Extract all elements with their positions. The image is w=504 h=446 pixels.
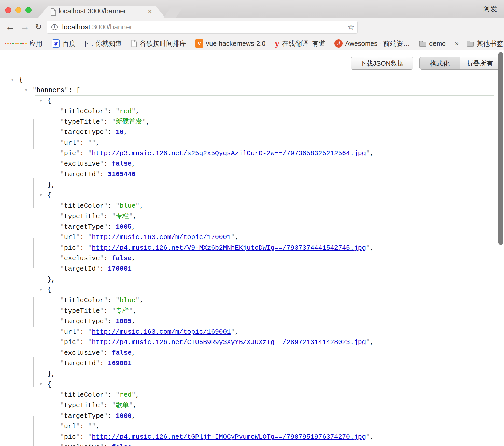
json-link[interactable]: http://music.163.com/m/topic/170001 [92,233,231,241]
collapse-triangle-icon[interactable]: ▼ [40,190,42,201]
json-field-titleColor: "titleColor": "red", [0,390,504,400]
json-banners-key: ▼"banners": [ [0,85,504,96]
json-field-typeTitle: "typeTitle": "专栏", [0,306,504,316]
bookmark-label: 应用 [29,39,43,48]
json-field-exclusive: "exclusive": false, [0,253,504,264]
collapse-triangle-icon[interactable]: ▼ [40,379,42,390]
json-field-titleColor: "titleColor": "red", [0,106,504,117]
json-field-url: "url": "", [0,138,504,148]
fullscreen-window-button[interactable] [25,7,32,13]
json-field-targetType: "targetType": 1005, [0,316,504,327]
close-window-button[interactable] [5,7,11,13]
json-link[interactable]: http://music.163.com/m/topic/169001 [92,328,231,336]
bookmark-label: 在线翻译_有道 [282,39,325,48]
back-button[interactable]: ← [6,21,15,33]
json-object-open: ▼{ [0,379,504,390]
json-field-titleColor: "titleColor": "blue", [0,295,504,306]
json-field-typeTitle: "typeTitle": "专栏", [0,211,504,222]
bookmark-folder-demo[interactable]: demo [419,40,446,48]
json-object-close: }, [0,369,504,379]
browser-toolbar: ← → ↻ i localhost:3000/banner ☆ 英 [0,18,504,37]
json-field-exclusive: "exclusive": false, [0,159,504,169]
page-content: 下载JSON数据 格式化 折叠所有 ▼{▼"banners": [▼{"titl… [0,50,504,446]
json-field-url: "url": "http://music.163.com/m/topic/169… [0,327,504,337]
json-link[interactable]: http://p4.music.126.net/tGPljf-IMOCyPvum… [92,433,366,441]
folder-icon [467,40,474,47]
json-link[interactable]: http://p4.music.126.net/V9-MXz6b2MNhEKju… [92,244,366,252]
json-link[interactable]: http://p3.music.126.net/s25q2x5QyqsAzilC… [92,150,366,157]
page-document-icon [50,8,57,17]
bookmark-label: Awesomes - 前端资… [345,39,410,48]
browser-tab[interactable]: localhost:3000/banner × [38,6,165,18]
collapse-triangle-icon[interactable]: ▼ [11,75,14,85]
json-field-pic: "pic": "http://p4.music.126.net/V9-MXz6b… [0,243,504,253]
json-field-exclusive: "exclusive": false, [0,442,504,446]
bookmark-label: 百度一下，你就知道 [62,39,122,48]
other-bookmarks-folder[interactable]: 其他书签 [467,39,503,48]
json-link[interactable]: http://p4.music.126.net/CTU5B9R9y3XyYBZX… [92,338,366,346]
json-field-url: "url": "http://music.163.com/m/topic/170… [0,232,504,243]
bookmark-label: vue-hackernews-2.0 [206,40,265,48]
json-object-open: ▼{ [0,190,504,201]
json-field-targetType: "targetType": 1000, [0,411,504,421]
tab-title: localhost:3000/banner [59,7,126,15]
browser-window: localhost:3000/banner × 阿发 ← → ↻ i local… [0,0,504,446]
new-tab-button[interactable] [163,7,183,18]
bookmark-baidu[interactable]: 百度一下，你就知道 [52,39,122,48]
url-path: :3000/banner [90,23,132,31]
awesomes-a-icon: A [334,39,343,48]
minimize-window-button[interactable] [15,7,21,13]
bookmark-star-icon[interactable]: ☆ [347,23,354,32]
vue-badge-icon: V [195,39,203,48]
bookmark-google-sort[interactable]: 谷歌按时间排序 [131,39,186,48]
reload-button[interactable]: ↻ [35,21,42,33]
json-field-targetType: "targetType": 1005, [0,222,504,232]
json-field-pic: "pic": "http://p3.music.126.net/s25q2x5Q… [0,148,504,159]
profile-name[interactable]: 阿发 [483,4,497,13]
json-field-pic: "pic": "http://p4.music.126.net/CTU5B9R9… [0,337,504,348]
bookmark-label: 谷歌按时间排序 [140,39,186,48]
youdao-y-icon: y [275,40,279,47]
json-root-open: ▼{ [0,75,504,85]
json-field-targetId: "targetId": 170001 [0,264,504,274]
json-field-typeTitle: "typeTitle": "歌单", [0,400,504,411]
tab-strip: localhost:3000/banner × 阿发 [0,0,504,18]
bookmark-awesomes[interactable]: A Awesomes - 前端资… [334,39,410,48]
tab-close-icon[interactable]: × [148,7,152,16]
page-info-icon[interactable]: i [51,24,58,30]
address-bar[interactable]: i localhost:3000/banner ☆ [47,21,358,34]
json-field-url: "url": "", [0,421,504,432]
json-field-exclusive: "exclusive": false, [0,348,504,358]
json-field-typeTitle: "typeTitle": "新碟首发", [0,117,504,127]
forward-button: → [20,21,30,33]
url-text[interactable]: localhost:3000/banner [62,23,132,31]
scrollbar-thumb[interactable] [498,52,503,245]
folder-icon [419,40,427,47]
bookmark-label: demo [429,40,446,48]
json-object-close: }, [0,180,504,190]
json-tree: ▼{▼"banners": [▼{"titleColor": "red","ty… [0,50,504,446]
other-bookmarks-label: 其他书签 [477,39,503,48]
bookmark-youdao[interactable]: y 在线翻译_有道 [275,39,325,48]
json-object-open: ▼{ [0,96,504,106]
json-field-titleColor: "titleColor": "blue", [0,201,504,211]
json-object-close: }, [0,274,504,285]
json-field-pic: "pic": "http://p4.music.126.net/tGPljf-I… [0,432,504,442]
baidu-paw-icon [52,39,60,48]
apps-grid-icon [5,43,27,44]
bookmarks-bar: 应用 百度一下，你就知道 [0,37,504,50]
bookmarks-overflow-chevron[interactable]: » [455,39,459,48]
document-icon [131,40,137,47]
url-host: localhost [62,23,90,31]
collapse-triangle-icon[interactable]: ▼ [25,85,27,96]
json-object-open: ▼{ [0,285,504,295]
bookmark-vue-hackernews[interactable]: V vue-hackernews-2.0 [195,39,265,48]
collapse-triangle-icon[interactable]: ▼ [40,285,42,295]
collapse-triangle-icon[interactable]: ▼ [40,96,42,106]
bookmark-apps[interactable]: 应用 [5,39,43,48]
json-field-targetId: "targetId": 3165446 [0,169,504,180]
json-field-targetType: "targetType": 10, [0,127,504,138]
json-field-targetId: "targetId": 169001 [0,358,504,369]
